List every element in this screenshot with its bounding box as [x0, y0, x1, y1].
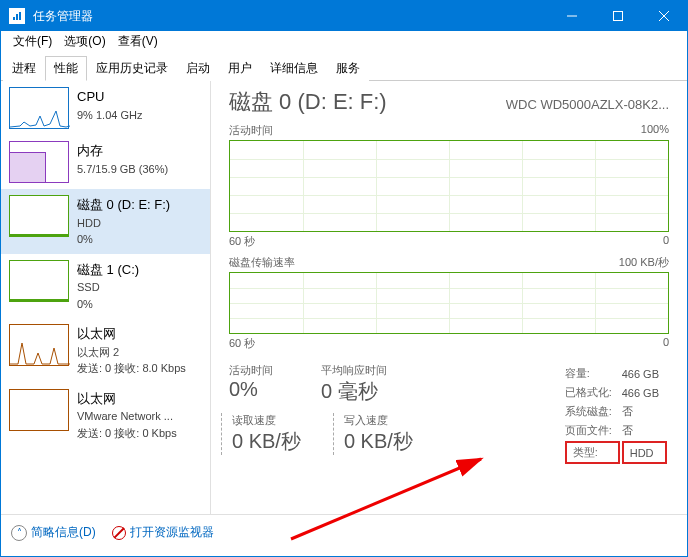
ethernet-thumb-icon: [9, 324, 69, 366]
tab-startup[interactable]: 启动: [177, 56, 219, 81]
minimize-button[interactable]: [549, 1, 595, 31]
svg-rect-1: [16, 14, 18, 20]
sidebar-item-sub2: 0%: [77, 296, 139, 313]
window-title: 任务管理器: [33, 8, 549, 25]
tab-services[interactable]: 服务: [327, 56, 369, 81]
chart-active-time: 活动时间 100% 60 秒 0: [229, 123, 669, 249]
stat-response: 平均响应时间 0 毫秒: [321, 363, 387, 405]
info-row-pagefile: 页面文件:否: [565, 422, 667, 439]
stat-write: 写入速度 0 KB/秒: [333, 413, 413, 455]
disk-thumb-icon: [9, 195, 69, 237]
tab-performance[interactable]: 性能: [45, 56, 87, 81]
memory-thumb-icon: [9, 141, 69, 183]
close-button[interactable]: [641, 1, 687, 31]
chart-max: 100 KB/秒: [619, 255, 669, 270]
sidebar-item-sub2: 0%: [77, 231, 170, 248]
menu-options[interactable]: 选项(O): [58, 33, 111, 50]
sidebar-item-title: 以太网: [77, 389, 177, 409]
sidebar[interactable]: CPU 9% 1.04 GHz 内存 5.7/15.9 GB (36%) 磁盘 …: [1, 81, 211, 514]
open-resource-monitor-link[interactable]: 打开资源监视器: [112, 524, 214, 541]
sidebar-item-memory[interactable]: 内存 5.7/15.9 GB (36%): [1, 135, 210, 189]
ethernet-thumb-icon: [9, 389, 69, 431]
sidebar-item-text: CPU 9% 1.04 GHz: [77, 87, 142, 123]
sidebar-item-disk1[interactable]: 磁盘 1 (C:) SSD 0%: [1, 254, 210, 319]
stat-label: 写入速度: [344, 413, 413, 428]
chevron-up-icon: ˄: [11, 525, 27, 541]
stat-active: 活动时间 0%: [229, 363, 273, 405]
sidebar-item-text: 磁盘 1 (C:) SSD 0%: [77, 260, 139, 313]
tab-strip: 进程 性能 应用历史记录 启动 用户 详细信息 服务: [1, 55, 687, 81]
bottombar: ˄ 简略信息(D) 打开资源监视器: [1, 514, 687, 550]
sidebar-item-title: 磁盘 0 (D: E: F:): [77, 195, 170, 215]
sidebar-item-disk0[interactable]: 磁盘 0 (D: E: F:) HDD 0%: [1, 189, 210, 254]
svg-rect-4: [614, 12, 623, 21]
chart-transfer-rate: 磁盘传输速率 100 KB/秒 60 秒 0: [229, 255, 669, 351]
chart-xright: 0: [663, 234, 669, 249]
sidebar-item-title: 内存: [77, 141, 168, 161]
stat-value: 0 KB/秒: [344, 428, 413, 455]
chart-label: 磁盘传输速率: [229, 255, 295, 270]
stat-value: 0 KB/秒: [232, 428, 301, 455]
sidebar-item-ethernet1[interactable]: 以太网 VMware Network ... 发送: 0 接收: 0 Kbps: [1, 383, 210, 448]
sidebar-item-ethernet0[interactable]: 以太网 以太网 2 发送: 0 接收: 8.0 Kbps: [1, 318, 210, 383]
titlebar: 任务管理器: [1, 1, 687, 31]
stat-label: 平均响应时间: [321, 363, 387, 378]
detail-model: WDC WD5000AZLX-08K2...: [506, 97, 669, 112]
resource-monitor-label: 打开资源监视器: [130, 524, 214, 541]
app-icon: [9, 8, 25, 24]
sidebar-item-text: 磁盘 0 (D: E: F:) HDD 0%: [77, 195, 170, 248]
chart-max: 100%: [641, 123, 669, 138]
sidebar-item-sub2: 发送: 0 接收: 0 Kbps: [77, 425, 177, 442]
stat-value: 0%: [229, 378, 273, 401]
window-controls: [549, 1, 687, 31]
tab-details[interactable]: 详细信息: [261, 56, 327, 81]
menu-view[interactable]: 查看(V): [112, 33, 164, 50]
sidebar-item-text: 内存 5.7/15.9 GB (36%): [77, 141, 168, 177]
menubar: 文件(F) 选项(O) 查看(V): [1, 31, 687, 51]
sidebar-item-sub: SSD: [77, 279, 139, 296]
svg-rect-0: [13, 17, 15, 20]
resource-monitor-icon: [112, 526, 126, 540]
sidebar-item-sub: HDD: [77, 215, 170, 232]
menu-file[interactable]: 文件(F): [7, 33, 58, 50]
sidebar-item-sub: 9% 1.04 GHz: [77, 107, 142, 124]
sidebar-item-sub2: 发送: 0 接收: 8.0 Kbps: [77, 360, 186, 377]
info-row-sysdisk: 系统磁盘:否: [565, 403, 667, 420]
sidebar-item-cpu[interactable]: CPU 9% 1.04 GHz: [1, 81, 210, 135]
chart-xleft: 60 秒: [229, 234, 255, 249]
stat-label: 读取速度: [232, 413, 301, 428]
info-row-type: 类型:HDD: [565, 441, 667, 464]
sidebar-item-title: 以太网: [77, 324, 186, 344]
sidebar-item-text: 以太网 VMware Network ... 发送: 0 接收: 0 Kbps: [77, 389, 177, 442]
chart-xleft: 60 秒: [229, 336, 255, 351]
tab-processes[interactable]: 进程: [3, 56, 45, 81]
stat-value: 0 毫秒: [321, 378, 387, 405]
chart-box: [229, 272, 669, 334]
chart-box: [229, 140, 669, 232]
chart-label: 活动时间: [229, 123, 273, 138]
brief-info-button[interactable]: ˄ 简略信息(D): [11, 524, 96, 541]
stat-read: 读取速度 0 KB/秒: [221, 413, 301, 455]
sidebar-item-sub: 5.7/15.9 GB (36%): [77, 161, 168, 178]
cpu-thumb-icon: [9, 87, 69, 129]
info-row-capacity: 容量:466 GB: [565, 365, 667, 382]
sidebar-item-title: 磁盘 1 (C:): [77, 260, 139, 280]
info-table: 容量:466 GB 已格式化:466 GB 系统磁盘:否 页面文件:否 类型:H…: [563, 363, 669, 466]
detail-header: 磁盘 0 (D: E: F:) WDC WD5000AZLX-08K2...: [229, 87, 669, 117]
maximize-button[interactable]: [595, 1, 641, 31]
sidebar-item-text: 以太网 以太网 2 发送: 0 接收: 8.0 Kbps: [77, 324, 186, 377]
sidebar-item-title: CPU: [77, 87, 142, 107]
info-row-formatted: 已格式化:466 GB: [565, 384, 667, 401]
disk-thumb-icon: [9, 260, 69, 302]
brief-info-label: 简略信息(D): [31, 524, 96, 541]
stats-row: 活动时间 0% 平均响应时间 0 毫秒 读取速度 0 KB/秒 写入速度: [229, 363, 669, 466]
tab-users[interactable]: 用户: [219, 56, 261, 81]
sidebar-item-sub: VMware Network ...: [77, 408, 177, 425]
stat-label: 活动时间: [229, 363, 273, 378]
chart-xright: 0: [663, 336, 669, 351]
details-pane: 磁盘 0 (D: E: F:) WDC WD5000AZLX-08K2... 活…: [211, 81, 687, 514]
main: CPU 9% 1.04 GHz 内存 5.7/15.9 GB (36%) 磁盘 …: [1, 81, 687, 514]
detail-title: 磁盘 0 (D: E: F:): [229, 87, 387, 117]
tab-history[interactable]: 应用历史记录: [87, 56, 177, 81]
sidebar-item-sub: 以太网 2: [77, 344, 186, 361]
